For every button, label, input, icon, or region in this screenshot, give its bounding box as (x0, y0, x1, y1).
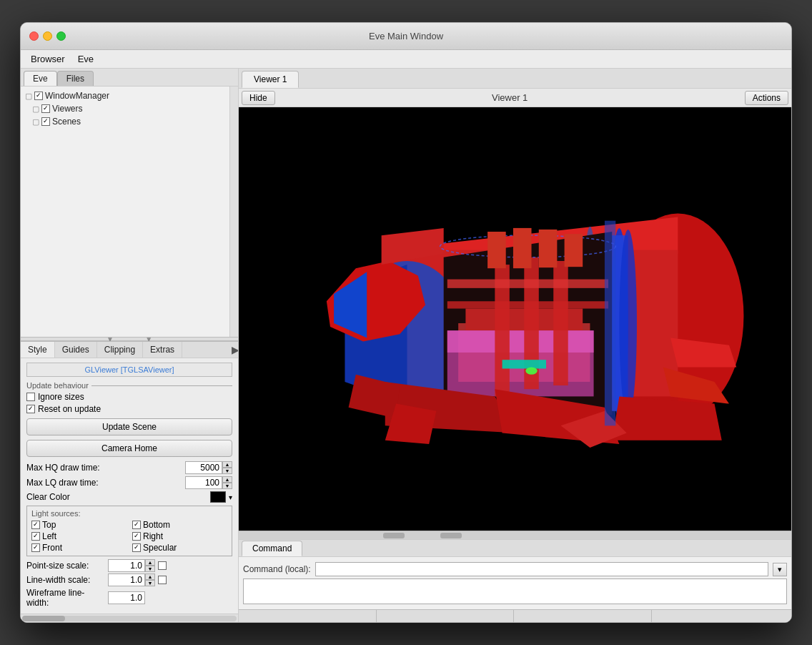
svg-rect-15 (447, 330, 594, 353)
command-local-dropdown[interactable]: ▾ (773, 563, 787, 576)
command-text-area[interactable] (243, 578, 787, 604)
svg-rect-21 (502, 360, 546, 368)
reset-on-update-row: Reset on update (26, 404, 232, 414)
sidebar-tab-files[interactable]: Files (57, 71, 94, 86)
wireframe-row: Wireframe line-width: (26, 588, 232, 608)
svg-point-7 (619, 230, 637, 417)
hide-button[interactable]: Hide (242, 91, 275, 105)
ignore-sizes-checkbox[interactable] (26, 393, 35, 401)
light-top-check[interactable] (31, 521, 40, 529)
viewer-toolbar: Hide Viewer 1 Actions (239, 89, 791, 107)
point-size-input[interactable] (108, 559, 145, 572)
tree-check-viewers[interactable] (41, 104, 50, 113)
menu-eve[interactable]: Eve (72, 52, 99, 66)
minimize-button[interactable] (43, 31, 52, 41)
settings-panel-expand[interactable]: ▶ (229, 344, 238, 355)
max-hq-input[interactable] (185, 461, 222, 474)
max-lq-down[interactable]: ▼ (222, 483, 232, 489)
point-size-row: Point-size scale: ▲ ▼ (26, 559, 232, 572)
light-sources-grid: Top Bottom Left (31, 520, 227, 553)
viewer-tab-1[interactable]: Viewer 1 (242, 71, 299, 88)
light-sources-title: Light sources: (31, 509, 227, 518)
light-front-check[interactable] (31, 543, 40, 552)
light-right-check[interactable] (132, 532, 141, 541)
max-hq-input-wrap: ▲ ▼ (185, 461, 232, 474)
tree-check-scenes[interactable] (41, 117, 50, 126)
camera-home-button[interactable]: Camera Home (26, 440, 232, 457)
command-panel: Command Command (local): ▾ (239, 539, 791, 609)
max-lq-spinners: ▲ ▼ (222, 476, 232, 489)
close-button[interactable] (29, 31, 39, 41)
command-local-input[interactable] (315, 562, 768, 576)
sidebar-vertical-scrollbar[interactable] (229, 87, 238, 337)
sidebar-tabs: Eve Files (21, 69, 238, 87)
light-left: Left (31, 531, 127, 541)
line-width-row: Line-width scale: ▲ ▼ (26, 573, 232, 586)
clear-color-swatch[interactable] (210, 491, 226, 503)
wireframe-input[interactable] (108, 591, 145, 604)
sidebar-tab-eve[interactable]: Eve (24, 71, 57, 86)
light-specular-check[interactable] (132, 543, 141, 552)
svg-rect-36 (565, 234, 583, 267)
light-left-check[interactable] (31, 532, 40, 541)
sidebar: Eve Files ▢ WindowManager ▢ Viewers (21, 69, 239, 622)
max-hq-spinners: ▲ ▼ (222, 461, 232, 474)
settings-body: GLViewer [TGLSAViewer] Update behaviour … (21, 358, 238, 614)
status-segment-1 (242, 610, 377, 622)
menu-browser[interactable]: Browser (25, 52, 71, 66)
line-width-down[interactable]: ▼ (145, 580, 155, 586)
viewport-scroll-track (239, 532, 791, 539)
svg-rect-20 (447, 301, 608, 308)
settings-tab-extras[interactable]: Extras (143, 342, 182, 358)
settings-tab-style[interactable]: Style (21, 342, 55, 358)
line-width-spinners: ▲ ▼ (145, 573, 155, 586)
point-size-down[interactable]: ▼ (145, 566, 155, 572)
settings-tabs: Style Guides Clipping Extras ▶ (21, 342, 238, 358)
max-hq-row: Max HQ draw time: ▲ ▼ (26, 461, 232, 474)
max-lq-up[interactable]: ▲ (222, 476, 232, 483)
viewport-3d[interactable] (239, 107, 791, 539)
scrollbar-thumb[interactable] (22, 616, 65, 621)
point-size-input-wrap: ▲ ▼ (108, 559, 155, 572)
viewport-scroll-thumb-1[interactable] (383, 533, 405, 538)
actions-button[interactable]: Actions (745, 91, 788, 105)
light-bottom: Bottom (132, 520, 227, 530)
status-bar (239, 609, 791, 622)
point-size-up[interactable]: ▲ (145, 559, 155, 566)
line-width-input[interactable] (108, 573, 145, 586)
line-width-extra-check[interactable] (158, 576, 167, 584)
tree-check-windowmanager[interactable] (34, 92, 43, 100)
viewer-title: Viewer 1 (275, 92, 745, 103)
svg-rect-34 (513, 228, 532, 268)
max-hq-up[interactable]: ▲ (222, 461, 232, 468)
svg-rect-33 (487, 232, 506, 268)
tree-item-windowmanager: ▢ WindowManager (22, 89, 228, 102)
command-tab[interactable]: Command (242, 541, 302, 556)
light-bottom-check[interactable] (132, 521, 141, 529)
line-width-label: Line-width scale: (26, 575, 105, 585)
clear-color-dropdown[interactable]: ▾ (229, 493, 232, 501)
scrollbar-track (22, 616, 237, 621)
point-size-extra-check[interactable] (158, 561, 167, 570)
folder-icon: ▢ (25, 92, 32, 101)
line-width-up[interactable]: ▲ (145, 573, 155, 580)
light-specular: Specular (132, 543, 227, 553)
tree-item-scenes: ▢ Scenes (22, 115, 228, 128)
menu-bar: Browser Eve (21, 50, 791, 69)
point-size-label: Point-size scale: (26, 561, 105, 571)
update-scene-button[interactable]: Update Scene (26, 418, 232, 435)
settings-tab-clipping[interactable]: Clipping (97, 342, 143, 358)
max-lq-label: Max LQ draw time: (26, 478, 182, 488)
wireframe-label: Wireframe line-width: (26, 588, 105, 608)
svg-rect-37 (605, 221, 615, 426)
viewport-scroll-thumb-2[interactable] (440, 533, 462, 538)
settings-tab-guides[interactable]: Guides (55, 342, 97, 358)
max-hq-down[interactable]: ▼ (222, 468, 232, 474)
light-left-label: Left (42, 531, 56, 541)
settings-scrollbar-h[interactable] (21, 614, 238, 622)
maximize-button[interactable] (56, 31, 66, 41)
svg-rect-19 (447, 280, 608, 288)
max-lq-input[interactable] (185, 476, 222, 489)
viewport-scroll-h[interactable] (239, 531, 791, 539)
reset-on-update-checkbox[interactable] (26, 405, 35, 413)
